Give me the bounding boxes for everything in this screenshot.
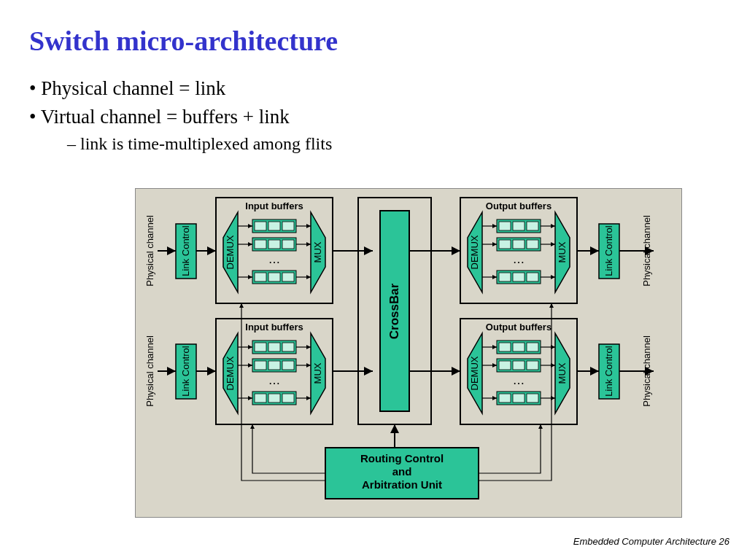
svg-text:Arbitration Unit: Arbitration Unit — [362, 478, 442, 491]
slide-footer: Embedded Computer Architecture 26 — [573, 536, 729, 547]
bullet-2: Virtual channel = buffers + link — [29, 106, 747, 128]
svg-text:Input buffers: Input buffers — [245, 201, 303, 211]
link-control-in-top — [176, 224, 196, 279]
svg-text:and: and — [392, 465, 412, 478]
bullet-list: Physical channel = link Virtual channel … — [0, 57, 747, 154]
phys-channel-in-top — [144, 215, 155, 287]
output-buffers-top: Output buffers — [460, 198, 577, 303]
link-control-in-bottom — [176, 344, 196, 399]
slide-title: Switch micro-architecture — [0, 0, 747, 57]
phys-channel-in-bottom — [144, 335, 155, 407]
svg-text:Output buffers: Output buffers — [486, 322, 551, 332]
svg-text:CrossBar: CrossBar — [387, 283, 401, 339]
diagram: DEMUX MUX ⋯ L — [135, 188, 682, 518]
link-control-out-bottom — [599, 344, 619, 399]
output-buffers-bottom: Output buffers — [460, 319, 577, 424]
svg-text:Input buffers: Input buffers — [245, 322, 303, 332]
sub-bullet: link is time-multiplexed among flits — [29, 134, 747, 154]
input-buffers-bottom: Input buffers — [216, 319, 333, 424]
link-control-out-top — [599, 224, 619, 279]
svg-text:Output buffers: Output buffers — [486, 201, 551, 211]
phys-channel-out-bottom — [641, 335, 652, 407]
phys-channel-out-top — [641, 215, 652, 287]
svg-text:Routing Control: Routing Control — [360, 452, 444, 464]
bullet-1: Physical channel = link — [29, 77, 747, 100]
input-buffers-top: Input buffers — [216, 198, 333, 303]
